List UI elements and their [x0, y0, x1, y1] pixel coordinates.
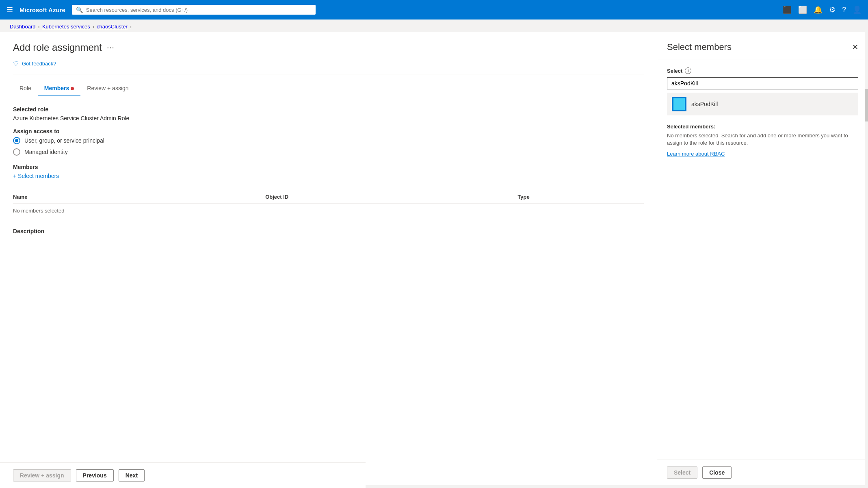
search-bar: 🔍: [72, 5, 316, 15]
col-type: Type: [517, 194, 644, 200]
panel-close-button[interactable]: ✕: [852, 43, 858, 52]
result-icon: [672, 97, 686, 111]
result-icon-inner: [673, 98, 685, 110]
more-options-icon[interactable]: ···: [107, 42, 114, 53]
members-section: Members + Select members: [13, 164, 644, 179]
members-table: Name Object ID Type No members selected: [13, 191, 644, 218]
scrollbar-thumb: [865, 89, 868, 121]
table-row: No members selected: [13, 204, 644, 218]
info-icon[interactable]: i: [685, 67, 691, 74]
search-icon: 🔍: [76, 7, 83, 13]
radio-label-user-group: User, group, or service principal: [24, 137, 104, 144]
brand-name: Microsoft Azure: [19, 7, 65, 13]
radio-user-group[interactable]: User, group, or service principal: [13, 137, 644, 144]
heart-icon: ♡: [13, 60, 19, 67]
account-icon[interactable]: 👤: [853, 5, 862, 14]
selected-role-label: Selected role: [13, 106, 644, 113]
previous-button[interactable]: Previous: [76, 469, 114, 481]
panel-header: Select members ✕: [657, 32, 868, 59]
tab-members[interactable]: Members: [38, 81, 80, 96]
radio-circle-managed: [13, 148, 20, 156]
col-object-id: Object ID: [265, 194, 517, 200]
assign-access-radio-group: User, group, or service principal Manage…: [13, 137, 644, 156]
description-section: Description: [13, 228, 644, 237]
settings-icon[interactable]: ⚙: [829, 5, 836, 14]
selected-members-title: Selected members:: [667, 124, 858, 130]
right-panel: Select members ✕ Select i aksPodKill Sel…: [657, 32, 868, 485]
members-dot: [71, 87, 74, 90]
empty-row-text: No members selected: [13, 208, 265, 214]
breadcrumb-kubernetes[interactable]: Kubernetes services: [42, 24, 90, 30]
directory-icon[interactable]: ⬜: [798, 5, 807, 14]
radio-circle-user-group: [13, 137, 20, 144]
selected-role-value: Azure Kubernetes Service Cluster Admin R…: [13, 115, 644, 121]
search-result-item[interactable]: aksPodKill: [667, 93, 858, 115]
hamburger-menu-button[interactable]: ☰: [6, 5, 13, 14]
panel-body: Select i aksPodKill Selected members: No…: [657, 59, 868, 460]
radio-managed-identity[interactable]: Managed identity: [13, 148, 644, 156]
rbac-link[interactable]: Learn more about RBAC: [667, 151, 858, 157]
tab-role[interactable]: Role: [13, 81, 38, 96]
description-label: Description: [13, 228, 644, 234]
col-name: Name: [13, 194, 265, 200]
tab-review-assign[interactable]: Review + assign: [80, 81, 135, 96]
scrollbar-track[interactable]: [865, 32, 868, 485]
result-name: aksPodKill: [691, 101, 718, 107]
panel-close-button-footer[interactable]: Close: [702, 466, 732, 479]
assign-access-label: Assign access to: [13, 128, 644, 134]
breadcrumb-cluster[interactable]: chaosCluster: [97, 24, 128, 30]
select-label: Select i: [667, 67, 858, 74]
panel-title: Select members: [667, 42, 732, 52]
bottom-bar: Review + assign Previous Next: [0, 462, 366, 485]
panel-select-button[interactable]: Select: [667, 466, 697, 479]
cloud-shell-icon[interactable]: ⬛: [783, 5, 792, 14]
page-title: Add role assignment: [13, 42, 102, 53]
search-input[interactable]: [86, 7, 312, 13]
main-layout: Add role assignment ··· ♡ Got feedback? …: [0, 32, 868, 485]
feedback-label: Got feedback?: [22, 61, 56, 67]
help-icon[interactable]: ?: [842, 6, 846, 14]
radio-label-managed: Managed identity: [24, 149, 68, 155]
tabs-bar: Role Members Review + assign: [13, 81, 644, 96]
selected-members-desc: No members selected. Search for and add …: [667, 132, 858, 147]
top-navigation: ☰ Microsoft Azure 🔍 ⬛ ⬜ 🔔 ⚙ ? 👤: [0, 0, 868, 20]
nav-icons: ⬛ ⬜ 🔔 ⚙ ? 👤: [783, 5, 862, 14]
breadcrumb: Dashboard › Kubernetes services › chaosC…: [0, 20, 868, 32]
selected-members-info: Selected members: No members selected. S…: [667, 124, 858, 157]
notifications-icon[interactable]: 🔔: [814, 5, 823, 14]
select-members-button[interactable]: + Select members: [13, 173, 59, 179]
page-title-row: Add role assignment ···: [13, 42, 644, 53]
members-label: Members: [13, 164, 644, 170]
members-search-input[interactable]: [667, 77, 858, 89]
breadcrumb-dashboard[interactable]: Dashboard: [10, 24, 36, 30]
left-panel: Add role assignment ··· ♡ Got feedback? …: [0, 32, 657, 485]
table-header: Name Object ID Type: [13, 191, 644, 204]
review-assign-button[interactable]: Review + assign: [13, 469, 71, 481]
feedback-bar[interactable]: ♡ Got feedback?: [13, 60, 644, 74]
panel-footer: Select Close: [657, 460, 868, 485]
next-button[interactable]: Next: [119, 469, 145, 481]
